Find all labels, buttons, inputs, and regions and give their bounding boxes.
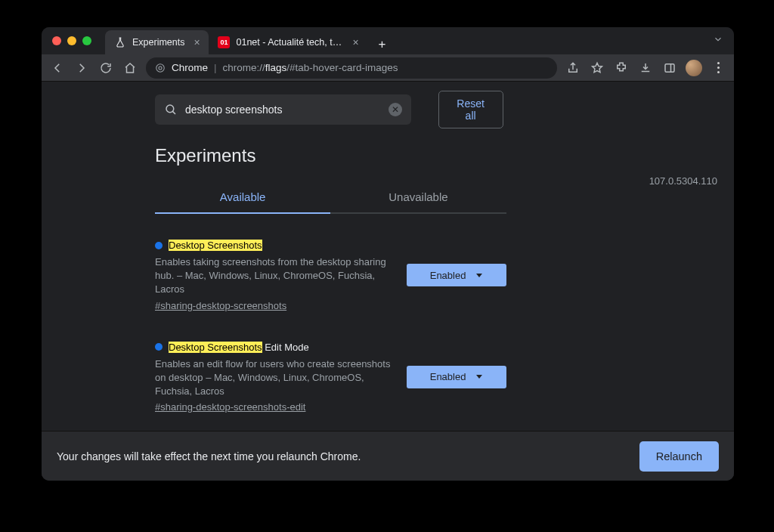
relaunch-bar: Your changes will take effect the next t…: [42, 431, 734, 481]
omnibox-chrome-label: Chrome: [172, 62, 208, 73]
url-part: /#tab-hover-card-images: [286, 62, 398, 73]
flag-description: Enables an edit flow for users who creat…: [155, 357, 393, 399]
flag-title: Desktop Screenshots Edit Mode: [169, 342, 309, 353]
modified-dot-icon: [155, 242, 163, 249]
forward-button[interactable]: [73, 60, 90, 76]
tabs-bar: Available Unavailable: [155, 181, 506, 212]
chrome-icon: [155, 63, 166, 73]
search-icon: [164, 103, 178, 116]
profile-avatar[interactable]: [686, 60, 702, 76]
window-close[interactable]: [52, 36, 61, 45]
01net-icon: 01: [218, 36, 230, 48]
share-icon[interactable]: [565, 60, 581, 76]
browser-window: Experiments × 01 01net - Actualité tech,…: [42, 27, 734, 481]
tab-close-icon[interactable]: ×: [190, 36, 203, 48]
tab-close-icon[interactable]: ×: [349, 36, 361, 48]
svg-rect-2: [665, 63, 674, 72]
search-input[interactable]: [185, 104, 381, 116]
flag-row: Desktop Screenshots Enables taking scree…: [155, 240, 506, 311]
svg-point-0: [156, 63, 165, 72]
reload-button[interactable]: [98, 60, 114, 76]
reset-all-button[interactable]: Reset all: [438, 91, 503, 128]
flask-icon: [114, 36, 126, 48]
tab-available[interactable]: Available: [155, 181, 330, 212]
flag-row: Desktop Screenshots Edit Mode Enables an…: [155, 342, 506, 413]
window-maximize[interactable]: [82, 36, 91, 45]
window-minimize[interactable]: [67, 36, 76, 45]
relaunch-message: Your changes will take effect the next t…: [57, 450, 361, 462]
tab-unavailable[interactable]: Unavailable: [330, 181, 506, 212]
new-tab-button[interactable]: +: [372, 35, 392, 54]
back-button[interactable]: [49, 60, 66, 76]
relaunch-button[interactable]: Relaunch: [639, 441, 719, 472]
page-content: ✕ Reset all Experiments Available Unavai…: [42, 82, 734, 481]
tab-01net[interactable]: 01 01net - Actualité tech, tests pr ×: [209, 30, 367, 54]
tab-label: 01net - Actualité tech, tests pr: [236, 37, 343, 48]
modified-dot-icon: [155, 343, 163, 351]
flag-select[interactable]: Enabled: [407, 264, 506, 286]
chevron-down-icon[interactable]: [713, 34, 723, 48]
flags-list: Desktop Screenshots Enables taking scree…: [155, 240, 506, 413]
omnibox[interactable]: Chrome | chrome://flags/#tab-hover-card-…: [146, 57, 557, 79]
chevron-down-icon: [476, 375, 482, 379]
titlebar: Experiments × 01 01net - Actualité tech,…: [42, 27, 734, 54]
flag-anchor-link[interactable]: #sharing-desktop-screenshots-edit: [155, 401, 305, 413]
version-label: 107.0.5304.110: [649, 175, 717, 187]
tab-strip: Experiments × 01 01net - Actualité tech,…: [105, 27, 392, 54]
extensions-icon[interactable]: [613, 60, 630, 76]
tab-experiments[interactable]: Experiments ×: [105, 30, 209, 54]
search-box[interactable]: ✕: [155, 94, 411, 125]
page-title: Experiments: [155, 145, 506, 166]
svg-point-4: [166, 105, 174, 113]
flag-select[interactable]: Enabled: [407, 366, 506, 388]
tab-label: Experiments: [132, 37, 184, 48]
search-row: ✕ Reset all: [155, 91, 506, 128]
url-part: chrome://: [223, 62, 265, 73]
chevron-down-icon: [476, 274, 482, 277]
clear-search-icon[interactable]: ✕: [389, 103, 402, 116]
download-icon[interactable]: [637, 60, 654, 76]
flag-title: Desktop Screenshots: [169, 240, 262, 251]
flag-description: Enables taking screenshots from the desk…: [155, 255, 393, 297]
sidepanel-icon[interactable]: [661, 60, 678, 76]
traffic-lights: [52, 36, 91, 45]
star-icon[interactable]: [589, 60, 605, 76]
overflow-menu-icon[interactable]: [710, 60, 726, 76]
url-part: flags: [265, 62, 287, 73]
flag-anchor-link[interactable]: #sharing-desktop-screenshots: [155, 300, 286, 311]
svg-point-1: [159, 66, 162, 69]
svg-line-5: [172, 111, 175, 114]
toolbar: Chrome | chrome://flags/#tab-hover-card-…: [42, 54, 734, 82]
tabs-underline: [155, 212, 506, 214]
home-button[interactable]: [122, 60, 138, 76]
